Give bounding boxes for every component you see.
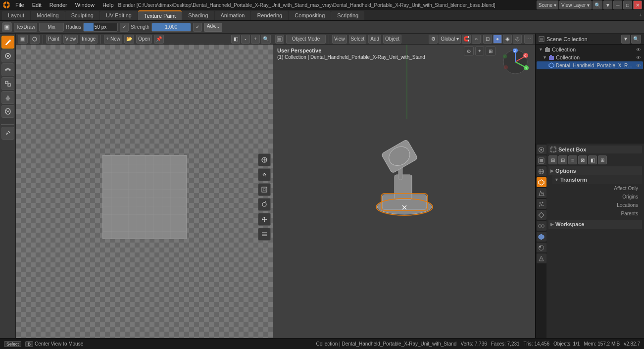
vp-magnet-btn[interactable]: 🧲 [462,35,471,44]
radius-toggle[interactable]: ✓ [120,23,129,32]
tab-uv-editing[interactable]: UV Editing [100,11,138,20]
menu-edit[interactable]: Edit [29,1,45,9]
viewport-extra-btn[interactable] [258,228,271,241]
strength-slider[interactable]: 1.000 [151,23,191,32]
workspace-header[interactable]: ▶ Workspace [548,220,642,229]
vp-material-btn[interactable]: ◉ [503,35,512,44]
radius-slider[interactable]: 50 px [83,23,118,32]
tab-layout[interactable]: Layout [2,11,30,20]
prop-constraints-btn[interactable] [537,221,546,231]
viewport-zoom-btn[interactable] [258,168,271,181]
paint-zoom-out-btn[interactable]: - [241,35,250,44]
tab-shading[interactable]: Shading [182,11,214,20]
paint-mode-icon[interactable] [18,35,28,44]
advanced-btn[interactable]: Adv... [204,23,222,32]
prop-scene-btn[interactable] [537,145,546,154]
paint-open-btn[interactable]: Open [136,35,152,44]
tool-texdraw-btn[interactable]: TexDraw [14,23,37,32]
props-btn1[interactable]: ⊞ [548,155,557,164]
tool-draw[interactable] [1,36,14,49]
viewport-add-menu[interactable]: Add [368,35,381,44]
prop-material-btn[interactable] [537,243,546,252]
minimize-btn[interactable]: ─ [613,0,622,9]
props-btn4[interactable]: ⊠ [578,155,587,164]
paint-menu-paint[interactable]: Paint [46,35,61,44]
paint-pin-btn[interactable]: 📌 [154,35,164,44]
props-btn3[interactable]: ≡ [568,155,577,164]
paint-overlay-btn[interactable]: ◧ [231,35,240,44]
viewport-object-menu[interactable]: Object [383,35,401,44]
viewport-canvas[interactable]: User Perspective (1) Collection | Dental… [273,45,535,349]
vp-gizmo-btn[interactable]: ⌖ [475,47,484,55]
tree-item-scene-collection[interactable]: ▼ Collection 👁 [537,46,643,53]
filter-btn[interactable]: ▼ [603,0,612,9]
viewport-select-menu[interactable]: Select [349,35,367,44]
object-mode-dropdown[interactable]: Object Mode [286,35,326,44]
vp-transform-global[interactable]: Global ▾ [439,35,461,44]
props-btn6[interactable]: ⊞ [598,155,607,164]
vp-rendered-btn[interactable]: ◎ [513,35,522,44]
tab-animation[interactable]: Animation [215,11,251,20]
tab-texture-paint[interactable]: Texture Paint [138,10,182,20]
tool-smear[interactable] [1,63,14,76]
tool-clone[interactable] [1,77,14,90]
prop-data-btn[interactable] [537,232,546,242]
paint-menu-image[interactable]: Image [80,35,98,44]
tree-item-mesh[interactable]: Dental_Handheld_Portable_X_Ray_Unit_with… [537,61,643,69]
props-btn5[interactable]: ◧ [588,155,597,164]
props-btn2[interactable]: ⊟ [558,155,567,164]
menu-render[interactable]: Render [46,1,71,9]
prop-particles-btn[interactable] [537,199,546,209]
viewport-fit-btn[interactable] [258,183,271,196]
paint-zoom-in-btn[interactable]: + [251,35,260,44]
vp-solid-btn[interactable]: ● [493,35,502,44]
tool-annotate[interactable] [1,127,14,140]
tool-soften[interactable] [1,50,14,62]
outliner-search-btn[interactable]: 🔍 [631,35,641,44]
vp-proportional-btn[interactable]: ○ [472,35,481,44]
blender-logo[interactable] [2,0,11,9]
vp-options-btn[interactable]: ⋯ [524,35,533,44]
tree-item-collection[interactable]: ▼ Collection 👁 [537,53,643,61]
options-header[interactable]: ▶ Options [548,166,642,175]
viewport-rotate-btn[interactable] [258,198,271,211]
tab-sculpting[interactable]: Sculpting [65,11,99,20]
menu-help[interactable]: Help [99,1,117,9]
tool-mode-icon[interactable] [2,22,12,32]
paint-canvas-area[interactable] [16,45,273,349]
scene-collection-eye[interactable]: 👁 [636,47,641,52]
collection-eye[interactable]: 👁 [636,55,641,60]
vp-overlay-btn[interactable]: ⊙ [464,47,474,55]
prop-shader-btn[interactable] [537,253,546,263]
tab-compositing[interactable]: Compositing [289,11,331,20]
prop-modifier-btn[interactable] [537,188,546,198]
paint-new-btn[interactable]: + New [104,35,122,44]
paint-open-icon[interactable]: 📂 [124,35,134,44]
tab-scripting[interactable]: Scripting [331,11,364,20]
close-btn[interactable]: ✕ [633,0,642,9]
viewport-view-menu[interactable]: View [332,35,347,44]
vp-snap-btn[interactable]: ⊞ [486,47,495,55]
maximize-btn[interactable]: □ [623,0,632,9]
viewport-nav-btn[interactable] [258,153,271,166]
brush-type-dropdown[interactable]: Mix [39,23,64,32]
search-btn[interactable]: 🔍 [593,0,602,9]
prop-world-btn[interactable] [537,166,546,176]
outliner-filter-btn[interactable]: ▼ [621,35,630,44]
axis-indicator[interactable]: X Y Z [502,49,529,76]
tool-fill[interactable] [1,91,14,104]
vp-global-transform[interactable]: ⚙ [429,35,438,44]
prop-renderlayer-btn[interactable] [537,155,546,165]
vp-xray-btn[interactable]: ⊡ [483,35,492,44]
paint-header-icon2[interactable] [30,35,40,44]
prop-object-btn[interactable] [537,177,546,187]
view-layer-selector[interactable]: View Layer ▾ [559,0,592,9]
vp-mode-icon[interactable] [275,35,284,44]
paint-zoom-btn[interactable]: 🔍 [261,35,271,44]
viewport-pan-btn[interactable] [258,213,271,226]
mesh-eye[interactable]: 👁 [636,63,641,68]
prop-physics-btn[interactable] [537,210,546,220]
tool-mask[interactable] [1,105,14,118]
tab-rendering[interactable]: Rendering [251,11,288,20]
menu-window[interactable]: Window [72,1,98,9]
